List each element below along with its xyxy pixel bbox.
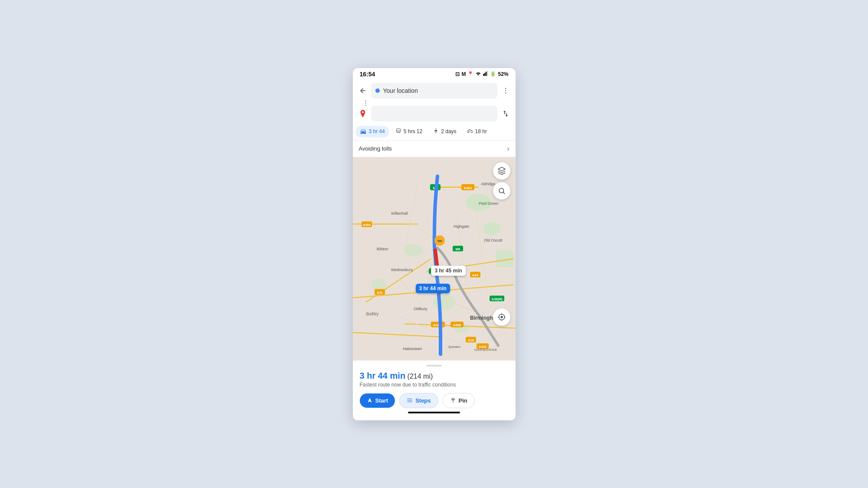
signal-icon xyxy=(483,71,488,77)
svg-text:HARBORNE: HARBORNE xyxy=(474,347,497,351)
avoiding-tolls-label: Avoiding tolls xyxy=(359,145,392,152)
svg-text:A41: A41 xyxy=(377,290,383,294)
location-icon: 📍 xyxy=(467,71,473,77)
steps-label: Steps xyxy=(415,397,431,404)
route-subtitle: Fastest route now due to traffic conditi… xyxy=(360,382,509,388)
svg-text:A34: A34 xyxy=(472,273,479,277)
car-icon xyxy=(360,128,367,135)
more-button[interactable] xyxy=(500,85,511,96)
svg-rect-8 xyxy=(396,128,400,132)
cast-icon: ⊡ xyxy=(455,71,460,77)
tab-walk-label: 2 days xyxy=(441,128,456,134)
status-time: 16:54 xyxy=(360,71,375,78)
svg-text:Pool Green: Pool Green xyxy=(479,201,499,205)
origin-input[interactable]: Your location xyxy=(371,83,497,98)
destination-row-full xyxy=(357,106,511,121)
svg-point-0 xyxy=(478,75,479,76)
start-button[interactable]: Start xyxy=(360,393,395,408)
map-area[interactable]: M6 A461 A454 A41 A4041 M6 A34 A38(M) A41… xyxy=(353,157,516,360)
avoiding-tolls-row[interactable]: Avoiding tolls › xyxy=(353,140,516,157)
swap-button[interactable] xyxy=(500,108,511,119)
svg-text:Old Oscott: Old Oscott xyxy=(484,238,503,242)
svg-text:Aldridge: Aldridge xyxy=(481,181,495,186)
svg-text:Willenhall: Willenhall xyxy=(391,211,408,215)
svg-text:Bilston: Bilston xyxy=(377,246,388,251)
svg-text:Quinton: Quinton xyxy=(448,344,460,348)
map-search-button[interactable] xyxy=(493,182,510,200)
svg-text:Highgate: Highgate xyxy=(454,224,469,228)
main-route-label: 3 hr 44 min xyxy=(416,284,450,293)
svg-text:A461: A461 xyxy=(464,186,472,190)
transport-tabs: 3 hr 44 5 hrs 12 2 days 18 hr xyxy=(353,123,516,140)
svg-point-14 xyxy=(470,131,473,133)
dots-connector xyxy=(362,100,370,106)
svg-text:dudley: dudley xyxy=(366,311,378,316)
cycle-icon xyxy=(467,128,473,135)
wifi-icon xyxy=(475,71,481,77)
pin-label: Pin xyxy=(459,397,467,404)
svg-point-6 xyxy=(505,90,506,91)
svg-text:Oldbury: Oldbury xyxy=(414,306,427,311)
steps-button[interactable]: Steps xyxy=(399,393,438,408)
home-indicator xyxy=(408,412,460,413)
tab-cycle[interactable]: 18 hr xyxy=(463,126,491,138)
svg-point-7 xyxy=(505,92,506,93)
route-duration: 3 hr 44 min xyxy=(360,371,406,380)
start-label: Start xyxy=(375,397,388,404)
route-distance: (214 mi) xyxy=(408,373,433,380)
status-bar: 16:54 ⊡ M 📍 🔋 52% xyxy=(353,68,516,79)
route-summary: 3 hr 44 min (214 mi) xyxy=(360,371,509,381)
svg-point-22 xyxy=(371,278,387,291)
tab-walk[interactable]: 2 days xyxy=(428,126,460,138)
connector-area xyxy=(357,100,511,106)
bottom-actions: Start Steps Pin xyxy=(360,393,509,408)
bottom-card: 3 hr 44 min (214 mi) Fastest route now d… xyxy=(353,360,516,420)
chevron-right-icon: › xyxy=(507,145,509,153)
svg-text:A38: A38 xyxy=(468,338,474,342)
destination-input[interactable] xyxy=(371,106,497,121)
origin-text: Your location xyxy=(383,87,418,94)
tab-cycle-label: 18 hr xyxy=(475,128,487,134)
email-icon: M xyxy=(461,71,466,77)
svg-text:M6: M6 xyxy=(455,247,460,251)
phone-frame: 16:54 ⊡ M 📍 🔋 52% Your location xyxy=(353,68,516,420)
svg-rect-1 xyxy=(483,74,484,76)
origin-row: Your location xyxy=(357,83,511,98)
status-icons: ⊡ M 📍 🔋 52% xyxy=(455,71,508,77)
svg-point-80 xyxy=(500,316,503,318)
tab-car[interactable]: 3 hr 44 xyxy=(355,126,389,138)
battery-percent: 52% xyxy=(498,71,508,77)
pin-button[interactable]: Pin xyxy=(443,393,475,408)
svg-text:🚧: 🚧 xyxy=(437,238,443,243)
origin-dot xyxy=(375,88,380,93)
svg-rect-4 xyxy=(487,71,488,76)
svg-point-12 xyxy=(436,128,437,129)
dest-icon-wrap xyxy=(357,109,368,118)
walk-icon xyxy=(433,128,439,135)
tab-transit-label: 5 hrs 12 xyxy=(404,128,422,134)
drag-handle xyxy=(426,365,442,367)
transit-icon xyxy=(395,128,401,135)
route-bar: Your location xyxy=(353,79,516,123)
svg-point-11 xyxy=(399,131,399,132)
layers-button[interactable] xyxy=(493,162,510,180)
svg-point-10 xyxy=(397,131,398,132)
battery-icon: 🔋 xyxy=(490,71,496,77)
svg-text:A38(M): A38(M) xyxy=(491,297,503,301)
svg-point-21 xyxy=(404,243,423,256)
locate-button[interactable] xyxy=(493,308,510,326)
svg-point-17 xyxy=(483,222,500,235)
svg-text:A456: A456 xyxy=(453,323,461,327)
tab-car-label: 3 hr 44 xyxy=(369,128,385,134)
svg-text:A454: A454 xyxy=(363,223,371,226)
svg-point-5 xyxy=(505,88,506,88)
svg-rect-3 xyxy=(486,72,487,76)
svg-rect-2 xyxy=(484,73,485,76)
tab-transit[interactable]: 5 hrs 12 xyxy=(391,126,427,138)
destination-row xyxy=(370,100,496,106)
svg-text:Halesowen: Halesowen xyxy=(403,346,422,350)
svg-text:Wednesbury: Wednesbury xyxy=(391,267,413,272)
back-button[interactable] xyxy=(357,85,368,96)
alt-route-label: 3 hr 45 min xyxy=(431,265,466,276)
